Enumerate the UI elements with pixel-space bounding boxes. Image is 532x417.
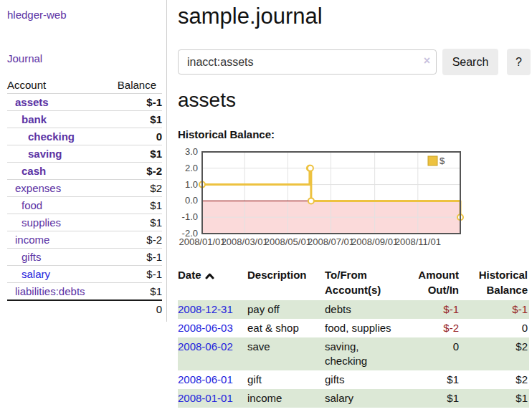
account-balance: $-1 bbox=[105, 249, 162, 266]
search-button[interactable]: Search bbox=[442, 49, 498, 75]
transaction-date-link[interactable]: 2008-06-03 bbox=[178, 322, 233, 334]
historical-balance-chart: 3.02.01.00.0-1.0-2.02008/01/012008/03/01… bbox=[178, 146, 531, 254]
account-balance: $1 bbox=[105, 111, 162, 128]
sidebar-item-journal[interactable]: Journal bbox=[7, 52, 166, 64]
svg-text:-1.0: -1.0 bbox=[182, 211, 198, 222]
account-row-bank: bank $1 bbox=[7, 111, 162, 128]
transaction-balance: 0 bbox=[460, 319, 529, 337]
account-row-salary: salary $-1 bbox=[7, 266, 162, 283]
chart-canvas: 3.02.01.00.0-1.0-2.02008/01/012008/03/01… bbox=[178, 146, 479, 251]
transaction-accounts: gifts bbox=[325, 370, 399, 389]
svg-text:2008/05/01: 2008/05/01 bbox=[265, 236, 311, 247]
account-link[interactable]: bank bbox=[22, 113, 47, 125]
transaction-balance: $2 bbox=[460, 337, 529, 370]
account-link[interactable]: income bbox=[15, 234, 49, 246]
account-balance: $1 bbox=[105, 214, 162, 231]
svg-text:2008/11/01: 2008/11/01 bbox=[395, 236, 441, 247]
transaction-amount: $1 bbox=[399, 370, 460, 389]
transaction-balance: $-1 bbox=[460, 300, 529, 319]
account-row-liabilities-debts: liabilities:debts $1 bbox=[7, 283, 162, 301]
transaction-description: eat & shop bbox=[247, 319, 325, 337]
main-content: sample.journal × Search ? assets Histori… bbox=[167, 0, 532, 408]
account-balance: $1 bbox=[105, 197, 162, 214]
svg-text:2.0: 2.0 bbox=[185, 163, 198, 173]
account-row-checking: checking 0 bbox=[7, 128, 162, 145]
transaction-description: gift bbox=[247, 370, 325, 389]
transaction-amount: 0 bbox=[399, 337, 460, 370]
account-link[interactable]: liabilities:debts bbox=[15, 285, 85, 297]
balance-column-header: Balance bbox=[105, 77, 162, 94]
account-row-supplies: supplies $1 bbox=[7, 214, 162, 231]
svg-text:2008/07/01: 2008/07/01 bbox=[308, 236, 354, 247]
search-form: × Search ? bbox=[178, 49, 531, 75]
account-link[interactable]: expenses bbox=[15, 182, 61, 194]
account-column-header: Account bbox=[7, 77, 105, 94]
account-link[interactable]: supplies bbox=[22, 216, 61, 229]
transaction-date-link[interactable]: 2008-01-01 bbox=[178, 392, 233, 404]
transaction-balance: $1 bbox=[460, 389, 529, 408]
account-balance: $-1 bbox=[105, 94, 162, 111]
account-row-gifts: gifts $-1 bbox=[7, 249, 162, 266]
account-link[interactable]: cash bbox=[22, 165, 46, 177]
accounts-column-header: To/From Account(s) bbox=[325, 266, 399, 300]
register-header-row: Date Description To/From Account(s) Amou… bbox=[178, 266, 529, 300]
transaction-description: income bbox=[247, 389, 325, 408]
svg-text:2008/09/01: 2008/09/01 bbox=[351, 236, 398, 247]
balance-column-header: Historical Balance bbox=[460, 266, 529, 300]
transaction-accounts: saving, checking bbox=[325, 337, 399, 370]
transaction-amount: $-2 bbox=[399, 319, 460, 337]
chart-title: Historical Balance: bbox=[178, 128, 531, 140]
svg-text:2008/03/01: 2008/03/01 bbox=[222, 236, 268, 247]
register-row: 2008-06-03 eat & shop food, supplies $-2… bbox=[178, 319, 529, 337]
transaction-balance: $2 bbox=[460, 370, 529, 389]
transaction-description: save bbox=[247, 337, 325, 370]
page: hledger-web Journal Account Balance asse… bbox=[0, 0, 532, 408]
register-row: 2008-12-31 pay off debts $-1 $-1 bbox=[178, 300, 529, 319]
search-input[interactable] bbox=[178, 49, 437, 75]
svg-text:$: $ bbox=[440, 155, 445, 166]
transaction-amount: $1 bbox=[399, 389, 460, 408]
transaction-date-link[interactable]: 2008-12-31 bbox=[178, 303, 233, 315]
sidebar: hledger-web Journal Account Balance asse… bbox=[0, 0, 167, 322]
account-balance: $-1 bbox=[105, 266, 162, 283]
account-link[interactable]: salary bbox=[22, 268, 50, 280]
account-balance: $1 bbox=[105, 145, 162, 163]
transaction-date-link[interactable]: 2008-06-02 bbox=[178, 340, 233, 353]
account-balance: $1 bbox=[105, 283, 162, 301]
register-row: 2008-06-01 gift gifts $1 $2 bbox=[178, 370, 529, 389]
svg-text:1.0: 1.0 bbox=[185, 179, 198, 190]
account-row-food: food $1 bbox=[7, 197, 162, 214]
accounts-table: Account Balance assets $-1 bank $1 check… bbox=[7, 77, 162, 317]
page-title: sample.journal bbox=[178, 4, 531, 29]
account-row-assets: assets $-1 bbox=[7, 94, 162, 111]
account-balance: $-2 bbox=[105, 163, 162, 180]
svg-text:2008/01/01: 2008/01/01 bbox=[179, 236, 225, 247]
amount-column-header: Amount Out/In bbox=[399, 266, 460, 300]
register-row: 2008-01-01 income salary $1 $1 bbox=[178, 389, 529, 408]
transaction-date-link[interactable]: 2008-06-01 bbox=[178, 373, 233, 385]
account-heading: assets bbox=[178, 89, 531, 112]
account-link[interactable]: checking bbox=[28, 130, 75, 143]
clear-search-icon[interactable]: × bbox=[424, 54, 430, 67]
svg-text:3.0: 3.0 bbox=[185, 146, 198, 157]
account-link[interactable]: assets bbox=[15, 96, 49, 108]
account-row-expenses: expenses $2 bbox=[7, 180, 162, 197]
svg-text:0.0: 0.0 bbox=[185, 195, 198, 206]
account-link[interactable]: saving bbox=[28, 148, 62, 160]
help-button[interactable]: ? bbox=[507, 49, 531, 75]
account-row-saving: saving $1 bbox=[7, 145, 162, 163]
account-link[interactable]: food bbox=[22, 199, 42, 211]
sort-ascending-icon bbox=[205, 268, 214, 283]
accounts-table-header: Account Balance bbox=[7, 77, 162, 94]
date-column-header[interactable]: Date bbox=[178, 266, 247, 300]
transaction-amount: $-1 bbox=[399, 300, 460, 319]
register-row: 2008-06-02 save saving, checking 0 $2 bbox=[178, 337, 529, 370]
app-title-link[interactable]: hledger-web bbox=[7, 9, 67, 21]
account-balance: 0 bbox=[105, 128, 162, 145]
account-balance: $2 bbox=[105, 180, 162, 197]
description-column-header: Description bbox=[247, 266, 325, 300]
accounts-total-value: 0 bbox=[105, 300, 162, 317]
account-balance: $-2 bbox=[105, 231, 162, 249]
account-row-income: income $-2 bbox=[7, 231, 162, 249]
account-link[interactable]: gifts bbox=[22, 251, 42, 263]
